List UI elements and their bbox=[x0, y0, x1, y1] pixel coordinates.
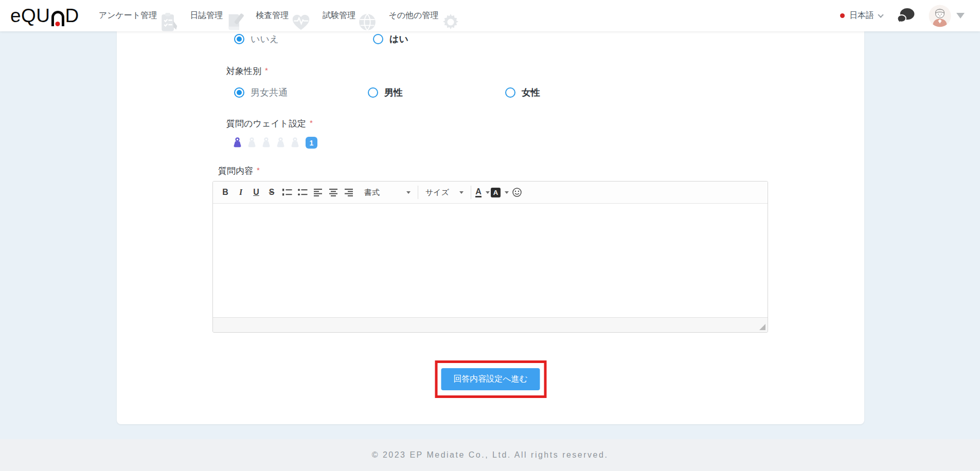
logo-text-post: D bbox=[65, 6, 79, 26]
user-menu-dropdown-icon bbox=[956, 13, 965, 19]
nav-item-exam-management[interactable]: 検査管理 bbox=[256, 0, 311, 31]
weight-field-label: 質問のウェイト設定* bbox=[226, 118, 313, 130]
editor-content[interactable] bbox=[213, 204, 768, 317]
underline-button[interactable]: U bbox=[249, 185, 263, 200]
heart-pulse-icon bbox=[291, 12, 311, 32]
page-footer: © 2023 EP Mediate Co., Ltd. All rights r… bbox=[0, 439, 980, 471]
proceed-to-answer-settings-button[interactable]: 回答内容設定へ進む bbox=[441, 368, 540, 390]
equad-logo[interactable]: eQU D bbox=[10, 6, 79, 26]
italic-button[interactable]: I bbox=[234, 185, 248, 200]
journal-icon bbox=[225, 12, 244, 32]
user-menu[interactable] bbox=[929, 5, 965, 27]
nav-item-trial-management[interactable]: 試験管理 bbox=[323, 0, 377, 31]
logo-text-pre: eQU bbox=[10, 6, 50, 26]
language-red-dot-icon bbox=[840, 13, 845, 18]
radio-option-no[interactable]: いいえ bbox=[234, 33, 279, 45]
app-screen: eQU D アンケート管理 bbox=[0, 0, 980, 471]
radio-unselected-icon[interactable] bbox=[373, 34, 383, 44]
chevron-down-icon bbox=[878, 12, 883, 17]
nav-item-other-management[interactable]: その他の管理 bbox=[388, 0, 461, 31]
bold-button[interactable]: B bbox=[218, 185, 233, 200]
caret-down-icon bbox=[459, 191, 464, 194]
weight-value-badge: 1 bbox=[306, 137, 317, 149]
main-nav: アンケート管理 日誌管理 bbox=[99, 0, 473, 31]
emoji-button[interactable] bbox=[510, 185, 524, 200]
toolbar-separator bbox=[418, 186, 418, 199]
trial-sphere-icon bbox=[358, 12, 377, 32]
weight-icon-3[interactable] bbox=[260, 137, 272, 149]
clipboard-icon bbox=[159, 12, 179, 32]
gender-field-label: 対象性別* bbox=[226, 65, 268, 77]
radio-unselected-icon[interactable] bbox=[368, 87, 378, 98]
background-color-button[interactable]: A bbox=[491, 185, 509, 200]
text-color-button[interactable]: A bbox=[475, 185, 490, 200]
radio-option-male[interactable]: 男性 bbox=[368, 86, 403, 99]
caret-down-icon bbox=[406, 191, 411, 194]
weight-icon-2[interactable] bbox=[246, 137, 258, 149]
header-right-cluster: 日本語 bbox=[840, 5, 965, 27]
weight-icon-5[interactable] bbox=[289, 137, 301, 149]
bulleted-list-button[interactable] bbox=[295, 185, 310, 200]
align-left-button[interactable] bbox=[311, 185, 325, 200]
logo-red-dot bbox=[56, 22, 60, 26]
radio-unselected-icon[interactable] bbox=[505, 87, 515, 98]
required-asterisk: * bbox=[310, 118, 313, 127]
align-center-button[interactable] bbox=[326, 185, 341, 200]
chat-bubbles-icon bbox=[896, 7, 915, 24]
editor-statusbar bbox=[213, 317, 768, 332]
question-content-label: 質問内容* bbox=[218, 165, 260, 177]
weight-icon-4[interactable] bbox=[275, 137, 287, 149]
language-selector[interactable]: 日本語 bbox=[840, 10, 883, 21]
annotation-highlight-box: 回答内容設定へ進む bbox=[435, 360, 546, 398]
radio-selected-icon[interactable] bbox=[234, 87, 244, 98]
rich-text-editor: B I U S bbox=[212, 181, 768, 333]
radio-selected-icon[interactable] bbox=[234, 34, 244, 44]
required-asterisk: * bbox=[257, 166, 260, 174]
caret-down-icon bbox=[505, 191, 509, 194]
ordered-list-button[interactable] bbox=[280, 185, 294, 200]
top-navbar: eQU D アンケート管理 bbox=[0, 0, 980, 31]
avatar bbox=[929, 5, 951, 27]
radio-option-both-genders[interactable]: 男女共通 bbox=[234, 86, 288, 99]
nav-item-diary-management[interactable]: 日誌管理 bbox=[190, 0, 244, 31]
strikethrough-button[interactable]: S bbox=[264, 185, 279, 200]
gear-icon bbox=[440, 12, 461, 32]
radio-option-yes[interactable]: はい bbox=[373, 33, 408, 45]
editor-toolbar: B I U S bbox=[213, 182, 768, 204]
size-dropdown[interactable]: サイズ bbox=[422, 185, 467, 200]
toolbar-separator bbox=[471, 186, 471, 199]
align-right-button[interactable] bbox=[342, 185, 356, 200]
radio-option-female[interactable]: 女性 bbox=[505, 86, 540, 99]
nav-item-survey-management[interactable]: アンケート管理 bbox=[99, 0, 179, 31]
question-settings-card: いいえ はい 対象性別* 男女共通 男性 女性 質問のウェイト設定* bbox=[117, 31, 864, 424]
weight-icon-1[interactable] bbox=[231, 137, 243, 149]
required-asterisk: * bbox=[265, 66, 268, 75]
caret-down-icon bbox=[486, 191, 490, 194]
weight-rating-row: 1 bbox=[231, 137, 317, 149]
copyright-text: © 2023 EP Mediate Co., Ltd. All rights r… bbox=[372, 450, 609, 460]
logo-a-glyph bbox=[51, 11, 64, 26]
resize-handle[interactable] bbox=[759, 324, 765, 330]
format-dropdown[interactable]: 書式 bbox=[361, 185, 414, 200]
chat-button[interactable] bbox=[896, 7, 915, 24]
